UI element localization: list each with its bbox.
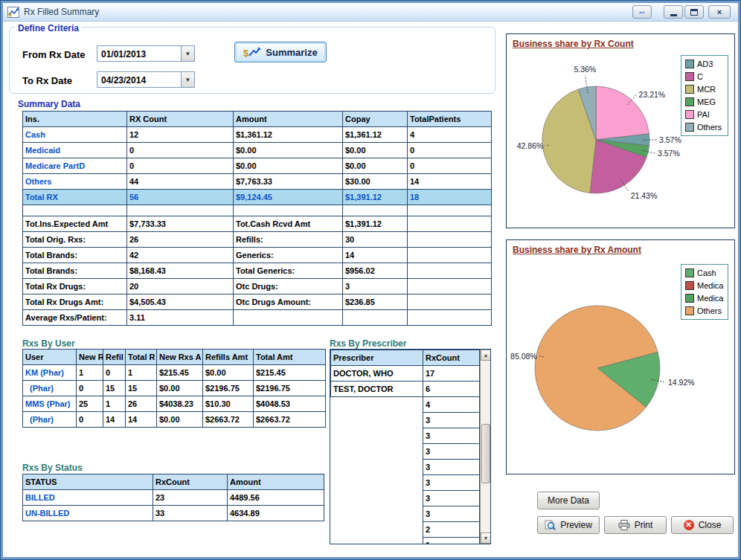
table-row[interactable]: Total Rx Drugs:20Otc Drugs:3 bbox=[23, 279, 492, 295]
table-row[interactable]: (Phar)01414$0.00$2663.72$2663.72 bbox=[23, 412, 326, 428]
svg-text:$: $ bbox=[243, 48, 249, 59]
table-row[interactable]: 4 bbox=[331, 397, 480, 413]
table-row[interactable]: Total Rx Drugs Amt:$4,505.43Otc Drugs Am… bbox=[23, 295, 492, 310]
scroll-down-button[interactable]: ▼ bbox=[481, 532, 491, 544]
table-row[interactable]: Total Brands:$8,168.43Total Generics:$95… bbox=[23, 263, 492, 279]
preview-button[interactable]: Preview bbox=[537, 516, 600, 534]
pie-percent-label: 3.57% bbox=[659, 135, 681, 144]
dropdown-arrow-icon[interactable]: ▼ bbox=[181, 72, 194, 87]
table-row[interactable]: 3 bbox=[331, 475, 480, 491]
summary-data-heading: Summary Data bbox=[15, 99, 83, 109]
cell: 4634.89 bbox=[228, 506, 324, 521]
rx-amount-chart-panel: Business share by Rx Amount 14.92%85.08%… bbox=[506, 239, 735, 474]
table-row[interactable]: UN-BILLED334634.89 bbox=[23, 506, 324, 521]
legend-label: Others bbox=[697, 306, 722, 315]
magnifier-icon bbox=[545, 520, 556, 531]
table-row[interactable]: 3 bbox=[331, 428, 480, 444]
table-row[interactable]: DOCTOR, WHO17 bbox=[331, 366, 480, 382]
cell: Otc Drugs Amount: bbox=[234, 295, 343, 310]
legend-swatch bbox=[685, 85, 694, 94]
table-row[interactable]: 2 bbox=[331, 522, 480, 538]
cell: 0 bbox=[408, 158, 492, 174]
from-date-label: From Rx Date bbox=[22, 49, 86, 60]
table-row[interactable]: TEST, DOCTOR6 bbox=[331, 382, 480, 397]
table-row[interactable]: BILLED234489.56 bbox=[23, 490, 324, 506]
to-date-combo[interactable]: 04/23/2014 ▼ bbox=[97, 71, 195, 88]
cell: $0.00 bbox=[343, 158, 408, 174]
scroll-up-button[interactable]: ▲ bbox=[481, 350, 491, 361]
column-header: Copay bbox=[343, 112, 408, 127]
table-row[interactable]: 3 bbox=[331, 444, 480, 460]
rx-amount-chart-title: Business share by Rx Amount bbox=[513, 245, 641, 255]
table-row[interactable]: Total Brands:42Generics:14 bbox=[23, 248, 492, 263]
column-header: Refil bbox=[103, 350, 126, 365]
column-header: RX Count bbox=[127, 112, 234, 127]
header-row: Ins.RX CountAmountCopayTotalPatients bbox=[23, 112, 492, 127]
legend-item: C bbox=[685, 72, 724, 81]
table-row[interactable]: Medicaid0$0.00$0.000 bbox=[23, 143, 492, 158]
legend-label: Others bbox=[697, 123, 722, 132]
table-row[interactable]: Medicare PartD0$0.00$0.000 bbox=[23, 158, 492, 174]
legend-swatch bbox=[685, 59, 694, 68]
cell: $9,124.45 bbox=[234, 190, 343, 205]
title-bar[interactable]: $ Rx Filled Summary ⇔ × bbox=[3, 3, 738, 22]
print-label: Print bbox=[635, 520, 653, 530]
table-row[interactable]: 3 bbox=[331, 413, 480, 428]
cell: 15 bbox=[126, 381, 157, 396]
table-row[interactable]: MMS (Phar)25126$4038.23$10.30$4048.53 bbox=[23, 396, 326, 412]
cell: Total Orig. Rxs: bbox=[23, 232, 127, 248]
table-row[interactable]: 3 bbox=[331, 491, 480, 506]
pie-percent-label: 21.43% bbox=[631, 191, 658, 200]
cell: $7,763.33 bbox=[234, 174, 343, 190]
table-row[interactable]: Tot.Ins.Expected Amt$7,733.33Tot.Cash Rc… bbox=[23, 216, 492, 232]
cell bbox=[127, 205, 234, 216]
cell: Medicare PartD bbox=[23, 158, 127, 174]
table-row[interactable]: Average Rxs/Patient:3.11 bbox=[23, 310, 492, 326]
pie-percent-label: 5.36% bbox=[574, 65, 596, 74]
table-row[interactable]: (Phar)01515$0.00$2196.75$2196.75 bbox=[23, 381, 326, 396]
rx-count-legend: AD3CMCRMEGPAIOthers bbox=[681, 55, 728, 136]
maximize-button[interactable] bbox=[684, 5, 704, 19]
cell: Otc Drugs: bbox=[234, 279, 343, 295]
cell: 6 bbox=[423, 382, 480, 397]
cell: $4,505.43 bbox=[127, 295, 234, 310]
to-date-label: To Rx Date bbox=[22, 75, 72, 86]
header-row: UserNew RRefilTotal RNew Rxs ARefills Am… bbox=[23, 350, 326, 365]
minimize-button[interactable] bbox=[664, 5, 683, 19]
cell: 14 bbox=[408, 174, 492, 190]
cell: $1,391.12 bbox=[343, 190, 408, 205]
cell: $2663.72 bbox=[203, 412, 254, 428]
legend-item: PAI bbox=[685, 110, 724, 119]
pie-percent-label: 3.57% bbox=[658, 149, 680, 158]
table-row[interactable]: Total RX56$9,124.45$1,391.1218 bbox=[23, 190, 492, 205]
cell: Cash bbox=[23, 127, 127, 143]
table-row[interactable]: 3 bbox=[331, 506, 480, 522]
from-date-value: 01/01/2013 bbox=[97, 46, 181, 61]
table-row[interactable]: Cash12$1,361.12$1,361.124 bbox=[23, 127, 492, 143]
close-window-button[interactable]: × bbox=[708, 5, 731, 19]
scrollbar-thumb[interactable] bbox=[481, 424, 490, 483]
table-row[interactable]: 1 bbox=[331, 538, 480, 545]
print-button[interactable]: Print bbox=[604, 516, 667, 534]
cell: 4 bbox=[423, 397, 480, 413]
summarize-button[interactable]: $ Summarize bbox=[234, 42, 327, 62]
table-row[interactable]: Others44$7,763.33$30.0014 bbox=[23, 174, 492, 190]
legend-item: MCR bbox=[685, 85, 724, 94]
cell: 20 bbox=[127, 279, 234, 295]
table-row[interactable]: Total Orig. Rxs:26Refills:30 bbox=[23, 232, 492, 248]
column-header: RxCount bbox=[423, 350, 480, 366]
rxs-by-user-table: UserNew RRefilTotal RNew Rxs ARefills Am… bbox=[22, 349, 326, 428]
cell bbox=[408, 263, 492, 279]
cell: 56 bbox=[127, 190, 234, 205]
more-data-button[interactable]: More Data bbox=[537, 492, 600, 509]
table-row[interactable]: 3 bbox=[331, 460, 480, 475]
column-header: New R bbox=[77, 350, 103, 365]
table-row[interactable]: KM (Phar)101$215.45$0.00$215.45 bbox=[23, 365, 326, 381]
rx-filled-summary-window: $ Rx Filled Summary ⇔ × Define Criteria … bbox=[0, 0, 741, 560]
prescriber-scrollbar[interactable]: ▲ ▼ bbox=[480, 350, 491, 544]
from-date-combo[interactable]: 01/01/2013 ▼ bbox=[97, 45, 195, 62]
resize-arrows-button[interactable]: ⇔ bbox=[632, 5, 652, 19]
dropdown-arrow-icon[interactable]: ▼ bbox=[181, 46, 194, 61]
close-button[interactable]: ✕ Close bbox=[671, 516, 734, 534]
cell: 3 bbox=[423, 491, 480, 506]
